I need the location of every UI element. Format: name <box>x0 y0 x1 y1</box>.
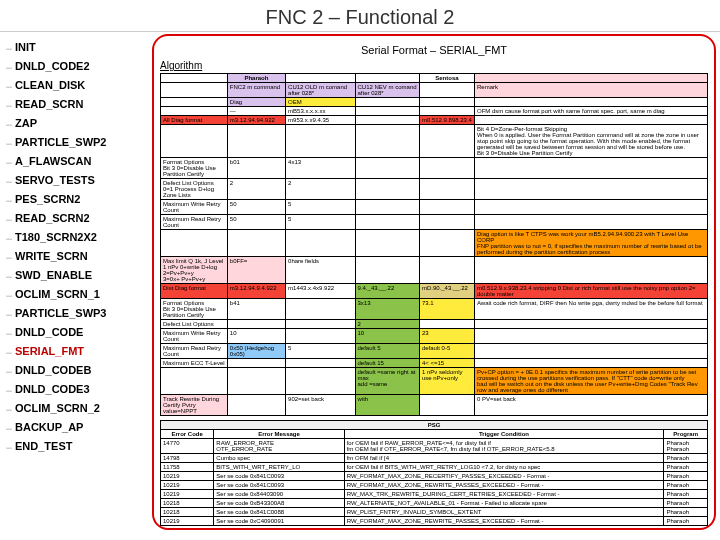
spec-table: PharaohSentosaFNC2 m commandCU12 OLD m c… <box>160 73 708 416</box>
sidebar-item[interactable]: PARTICLE_SWP3 <box>4 304 144 323</box>
psg-table: PSGError CodeError MessageTrigger Condit… <box>160 420 708 526</box>
algorithm-label: Algorithm <box>160 60 708 71</box>
sidebar-item[interactable]: BACKUP_AP <box>4 418 144 437</box>
sidebar-item[interactable]: SWD_ENABLE <box>4 266 144 285</box>
sidebar-item[interactable]: T180_SCRN2X2 <box>4 228 144 247</box>
sidebar-item[interactable]: INIT <box>4 38 144 57</box>
sidebar-item[interactable]: READ_SCRN <box>4 95 144 114</box>
sidebar-item[interactable]: A_FLAWSCAN <box>4 152 144 171</box>
content-panel: Serial Format – SERIAL_FMT Algorithm Pha… <box>152 34 716 530</box>
page-title: FNC 2 – Functional 2 <box>0 0 720 32</box>
sidebar-item[interactable]: DNLD_CODEB <box>4 361 144 380</box>
sidebar-item[interactable]: OCLIM_SCRN_2 <box>4 399 144 418</box>
sidebar-item[interactable]: ZAP <box>4 114 144 133</box>
sidebar-item[interactable]: OCLIM_SCRN_1 <box>4 285 144 304</box>
sidebar-item[interactable]: CLEAN_DISK <box>4 76 144 95</box>
sidebar-item[interactable]: WRITE_SCRN <box>4 247 144 266</box>
sidebar-item[interactable]: PES_SCRN2 <box>4 190 144 209</box>
sidebar-item[interactable]: READ_SCRN2 <box>4 209 144 228</box>
sidebar-item[interactable]: DNLD_CODE3 <box>4 380 144 399</box>
sidebar-item[interactable]: SERIAL_FMT <box>4 342 144 361</box>
sidebar-item[interactable]: END_TEST <box>4 437 144 456</box>
sidebar-item[interactable]: PARTICLE_SWP2 <box>4 133 144 152</box>
step-sidebar: INITDNLD_CODE2CLEAN_DISKREAD_SCRNZAPPART… <box>0 32 148 532</box>
sidebar-item[interactable]: DNLD_CODE2 <box>4 57 144 76</box>
sidebar-item[interactable]: DNLD_CODE <box>4 323 144 342</box>
panel-subtitle: Serial Format – SERIAL_FMT <box>160 44 708 56</box>
sidebar-item[interactable]: SERVO_TESTS <box>4 171 144 190</box>
